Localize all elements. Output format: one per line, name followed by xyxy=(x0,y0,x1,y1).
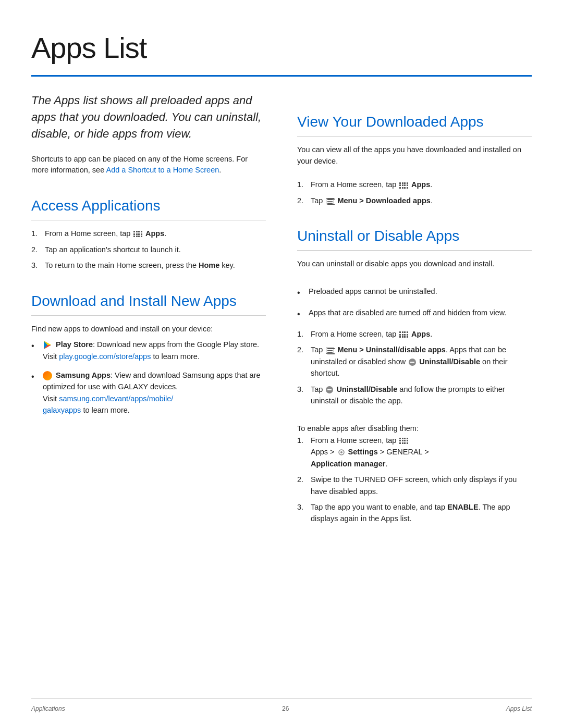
right-column: View Your Downloaded Apps You can view a… xyxy=(297,92,532,529)
enable-step-2: 2. Swipe to the TURNED OFF screen, which… xyxy=(297,474,532,497)
uninstall-step-2: 2. Tap Menu > Uninstall/disable apps. Ap… xyxy=(297,344,532,379)
menu-icon-2 xyxy=(326,348,334,354)
samsung-apps-link[interactable]: samsung.com/levant/apps/mobile/galaxyapp… xyxy=(43,394,173,414)
section-body-access: 1. From a Home screen, tap Apps. 2. xyxy=(31,228,266,271)
footer-page-number: 26 xyxy=(282,704,289,713)
shortcut-link[interactable]: Add a Shortcut to a Home Screen xyxy=(106,166,219,174)
access-step-3: 3. To return to the main Home screen, pr… xyxy=(31,260,266,271)
view-downloaded-step-2: 2. Tap Menu > Downloaded apps. xyxy=(297,195,532,206)
access-steps-list: 1. From a Home screen, tap Apps. 2. xyxy=(31,228,266,271)
apps-grid-icon-4 xyxy=(399,438,408,444)
samsung-apps-icon xyxy=(43,371,52,380)
enable-note: To enable apps after disabling them: xyxy=(297,423,532,434)
intro-text: The Apps list shows all preloaded apps a… xyxy=(31,92,266,142)
apps-grid-icon-2 xyxy=(399,182,408,189)
page-footer: Applications 26 Apps List xyxy=(31,698,532,713)
shortcut-note: Shortcuts to app can be placed on any of… xyxy=(31,154,266,177)
play-store-icon xyxy=(43,340,52,350)
uninstall-steps: 1. From a Home screen, tap Apps. 2. xyxy=(297,328,532,407)
uninstall-step-3: 3. Tap Uninstall/Disable and follow the … xyxy=(297,384,532,407)
uninstall-circle-icon-2 xyxy=(326,386,333,393)
uninstall-intro: You can uninstall or disable apps you do… xyxy=(297,258,532,269)
section-body-uninstall: You can uninstall or disable apps you do… xyxy=(297,258,532,525)
apps-grid-icon-3 xyxy=(399,331,408,338)
section-body-view-downloaded: You can view all of the apps you have do… xyxy=(297,144,532,206)
enable-step-3: 3. Tap the app you want to enable, and t… xyxy=(297,501,532,525)
page-container: Apps List The Apps list shows all preloa… xyxy=(0,0,563,571)
section-body-download: Find new apps to download and install on… xyxy=(31,323,266,416)
section-title-uninstall: Uninstall or Disable Apps xyxy=(297,225,532,251)
view-downloaded-intro: You can view all of the apps you have do… xyxy=(297,144,532,167)
uninstall-note-1: • Preloaded apps cannot be uninstalled. xyxy=(297,286,532,300)
bullet-dot: • xyxy=(31,340,39,353)
uninstall-step-1: 1. From a Home screen, tap Apps. xyxy=(297,328,532,340)
svg-point-5 xyxy=(340,451,342,453)
left-column: The Apps list shows all preloaded apps a… xyxy=(31,92,266,529)
section-title-access: Access Applications xyxy=(31,195,266,220)
uninstall-notes: • Preloaded apps cannot be uninstalled. … xyxy=(297,286,532,321)
page-title: Apps List xyxy=(31,26,532,70)
uninstall-note-2: • Apps that are disabled are turned off … xyxy=(297,307,532,321)
section-title-view-downloaded: View Your Downloaded Apps xyxy=(297,111,532,137)
bullet-dot-2: • xyxy=(31,371,39,384)
download-bullets: • Play Store: Download new apps from the… xyxy=(31,339,266,416)
two-column-layout: The Apps list shows all preloaded apps a… xyxy=(31,92,532,529)
enable-step-1: 1. From a Home screen, tap Apps > xyxy=(297,435,532,470)
menu-icon xyxy=(326,198,334,204)
enable-steps: 1. From a Home screen, tap Apps > xyxy=(297,435,532,525)
download-intro: Find new apps to download and install on… xyxy=(31,323,266,335)
footer-right: Apps List xyxy=(506,704,532,713)
bullet-samsung-apps: • Samsung Apps: View and download Samsun… xyxy=(31,369,266,416)
settings-gear-icon xyxy=(338,449,345,456)
title-divider xyxy=(31,75,532,77)
access-step-2: 2. Tap an application's shortcut to laun… xyxy=(31,244,266,255)
apps-grid-icon xyxy=(133,231,142,237)
view-downloaded-steps: 1. From a Home screen, tap Apps. 2. xyxy=(297,179,532,206)
play-store-link[interactable]: play.google.com/store/apps xyxy=(59,352,151,361)
footer-left: Applications xyxy=(31,704,65,713)
section-title-download: Download and Install New Apps xyxy=(31,290,266,316)
access-step-1: 1. From a Home screen, tap Apps. xyxy=(31,228,266,239)
view-downloaded-step-1: 1. From a Home screen, tap Apps. xyxy=(297,179,532,190)
bullet-play-store: • Play Store: Download new apps from the… xyxy=(31,339,266,362)
uninstall-circle-icon xyxy=(409,359,416,366)
